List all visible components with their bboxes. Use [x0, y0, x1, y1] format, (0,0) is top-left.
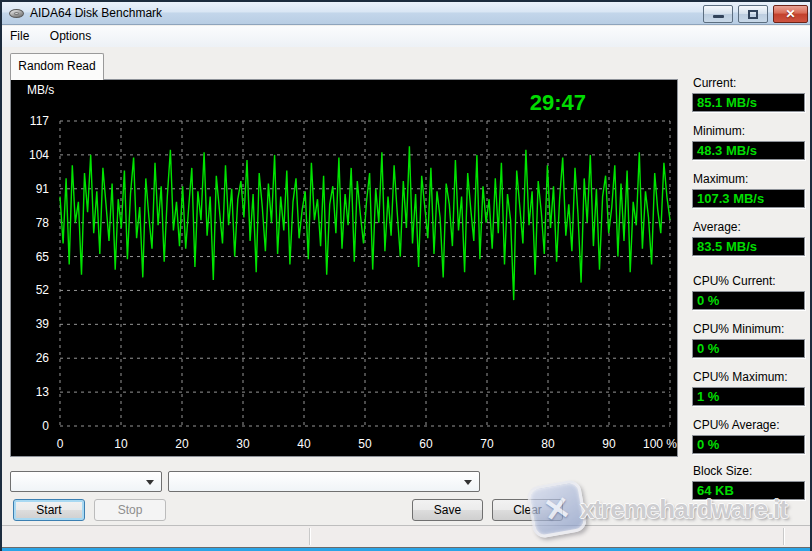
y-tick-label: 52 — [36, 283, 50, 297]
x-tick-label: 50 — [358, 437, 372, 451]
y-tick-label: 117 — [30, 114, 49, 128]
start-button[interactable]: Start — [13, 499, 85, 521]
chevron-down-icon — [146, 480, 154, 485]
stat-value: 0 % — [692, 291, 805, 310]
stat-label: Block Size: — [693, 464, 752, 478]
x-tick-label: 80 — [541, 437, 555, 451]
disk-drive-select[interactable]: Disk Drive #0 [SAMSUNG HD154UI] (1397.3 … — [168, 471, 480, 492]
stat-value: 107.3 MB/s — [692, 189, 805, 208]
stat-value: 83.5 MB/s — [692, 237, 805, 256]
y-tick-label: 39 — [36, 317, 50, 331]
y-tick-label: 78 — [36, 216, 50, 230]
y-tick-label: 65 — [36, 250, 50, 264]
y-tick-label: 0 — [42, 419, 49, 433]
maximize-button[interactable] — [738, 5, 768, 23]
stat-value: 48.3 MB/s — [692, 141, 805, 160]
x-tick-label: 40 — [297, 437, 311, 451]
statusbar-separator — [783, 528, 784, 545]
stat-label: CPU% Maximum: — [693, 370, 788, 384]
title-bar[interactable]: AIDA64 Disk Benchmark ✕ — [2, 2, 810, 25]
save-button[interactable]: Save — [412, 499, 483, 521]
stat-label: CPU% Average: — [693, 418, 780, 432]
stat-value: 0 % — [692, 435, 805, 454]
status-bar — [2, 525, 810, 547]
menu-file[interactable]: File — [2, 26, 37, 46]
watermark-text: xtremehardware.it — [580, 494, 787, 525]
minimize-icon — [713, 15, 724, 18]
y-tick-label: 26 — [36, 351, 50, 365]
chart-canvas: 1171049178655239261300102030405060708090… — [11, 80, 677, 456]
benchmark-type-select[interactable]: Random Read — [10, 471, 162, 492]
benchmark-chart: 1171049178655239261300102030405060708090… — [10, 79, 678, 457]
stat-label: Maximum: — [693, 172, 748, 186]
statusbar-separator — [309, 528, 310, 545]
minimize-button[interactable] — [703, 5, 733, 23]
window-title: AIDA64 Disk Benchmark — [30, 6, 162, 20]
stat-label: Average: — [693, 220, 741, 234]
clear-button[interactable]: Clear — [492, 499, 563, 521]
menu-options[interactable]: Options — [42, 26, 99, 46]
menu-bar: File Options — [2, 26, 810, 47]
y-tick-label: 104 — [29, 148, 49, 162]
close-button[interactable]: ✕ — [773, 5, 808, 23]
stat-label: CPU% Minimum: — [693, 322, 784, 336]
close-icon: ✕ — [774, 7, 807, 21]
stat-label: Minimum: — [693, 124, 745, 138]
x-tick-label: 60 — [419, 437, 433, 451]
maximize-icon — [748, 10, 758, 19]
stat-label: CPU% Current: — [693, 274, 776, 288]
x-tick-label: 20 — [175, 437, 189, 451]
stat-value: 1 % — [692, 387, 805, 406]
x-tick-label: 30 — [236, 437, 250, 451]
x-tick-label: 10 — [114, 437, 128, 451]
x-tick-label: 100 % — [643, 437, 677, 451]
stop-button: Stop — [94, 499, 166, 521]
hard-disk-icon — [9, 8, 25, 19]
stat-value: 0 % — [692, 339, 805, 358]
stat-label: Current: — [693, 76, 736, 90]
x-tick-label: 90 — [602, 437, 616, 451]
app-window: AIDA64 Disk Benchmark ✕ File Options Ran… — [0, 0, 812, 551]
chevron-down-icon — [464, 480, 472, 485]
x-tick-label: 0 — [57, 437, 64, 451]
stat-value: 85.1 MB/s — [692, 93, 805, 112]
y-tick-label: 91 — [36, 182, 50, 196]
tab-random-read[interactable]: Random Read — [10, 53, 104, 80]
elapsed-time: 29:47 — [530, 90, 586, 115]
y-axis-unit-label: MB/s — [27, 83, 54, 97]
y-tick-label: 13 — [36, 385, 50, 399]
x-tick-label: 70 — [480, 437, 494, 451]
window-bottom-border — [2, 547, 810, 551]
stat-value: 64 KB — [692, 481, 805, 500]
